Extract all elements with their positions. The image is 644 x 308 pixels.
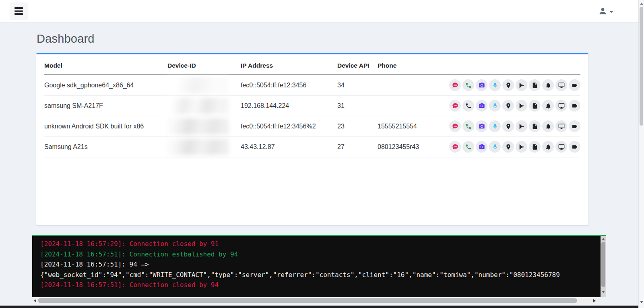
call-button[interactable] xyxy=(462,120,474,132)
screen-icon xyxy=(558,144,565,150)
bell-button[interactable] xyxy=(542,79,554,91)
play-icon xyxy=(518,103,525,109)
videocam-button[interactable] xyxy=(569,141,580,153)
mic-icon xyxy=(492,123,498,130)
console-log-line: [2024-11-18 16:57:51]: Connection estbal… xyxy=(40,249,601,260)
location-button[interactable] xyxy=(502,120,514,132)
console-log-line: {"web_socket_id":"94","cmd":"WRITE_CONTA… xyxy=(40,270,601,280)
location-button[interactable] xyxy=(502,79,514,91)
location-button[interactable] xyxy=(502,141,514,153)
device-api: 31 xyxy=(337,95,378,116)
play-button[interactable] xyxy=(516,120,527,132)
sms-icon xyxy=(452,144,458,150)
page-vscroll-thumb[interactable] xyxy=(640,7,643,126)
console-log-line: [2024-11-18 16:57:29]: Connection closed… xyxy=(40,239,601,249)
person-icon xyxy=(598,6,607,16)
sms-button[interactable] xyxy=(449,79,461,91)
camera-button[interactable] xyxy=(476,100,487,112)
file-button[interactable] xyxy=(529,141,541,153)
bell-button[interactable] xyxy=(542,120,554,132)
device-actions xyxy=(444,116,580,136)
screen-button[interactable] xyxy=(555,100,567,112)
videocam-button[interactable] xyxy=(569,79,580,91)
videocam-button[interactable] xyxy=(569,120,580,132)
device-api: 27 xyxy=(337,136,378,157)
play-icon xyxy=(518,82,525,89)
camera-button[interactable] xyxy=(476,79,487,91)
scroll-left-icon[interactable] xyxy=(34,299,36,302)
camera-icon xyxy=(479,123,485,130)
call-icon xyxy=(465,144,472,150)
device-actions xyxy=(444,95,580,116)
mic-icon xyxy=(492,144,498,150)
location-button[interactable] xyxy=(502,100,514,112)
page-vertical-scrollbar[interactable] xyxy=(638,0,644,308)
camera-icon xyxy=(479,82,485,89)
file-icon xyxy=(532,103,538,109)
call-icon xyxy=(465,82,472,89)
device-model: unknown Android SDK built for x86 xyxy=(44,116,167,136)
videocam-icon xyxy=(572,82,578,89)
menu-toggle-button[interactable] xyxy=(10,2,28,20)
camera-button[interactable] xyxy=(476,120,487,132)
device-id-redacted xyxy=(167,77,229,93)
camera-button[interactable] xyxy=(476,141,487,153)
file-button[interactable] xyxy=(529,79,541,91)
caret-down-icon xyxy=(609,11,613,13)
device-row: Samsung A21s 43.43.12.87 27 080123455r43 xyxy=(44,136,580,157)
device-api: 23 xyxy=(337,116,378,136)
scroll-down-icon[interactable] xyxy=(602,291,605,293)
column-header-ip-address: IP Address xyxy=(241,56,337,75)
bell-button[interactable] xyxy=(542,100,554,112)
play-button[interactable] xyxy=(516,141,527,153)
file-icon xyxy=(532,82,538,89)
device-api: 34 xyxy=(337,75,378,95)
screen-button[interactable] xyxy=(555,120,567,132)
device-phone xyxy=(378,95,444,116)
sms-button[interactable] xyxy=(449,100,461,112)
console-horizontal-scrollbar[interactable] xyxy=(32,298,601,303)
mic-button[interactable] xyxy=(489,120,501,132)
top-navbar xyxy=(0,0,638,23)
file-button[interactable] xyxy=(529,100,541,112)
device-phone: 15555215554 xyxy=(378,116,444,136)
screen-icon xyxy=(558,103,565,109)
console-hscroll-thumb[interactable] xyxy=(38,298,577,303)
videocam-icon xyxy=(572,103,578,109)
play-icon xyxy=(518,123,525,130)
scroll-up-icon[interactable] xyxy=(640,2,643,5)
device-id-redacted xyxy=(167,98,229,114)
column-header-model: Model xyxy=(44,56,167,75)
bell-icon xyxy=(545,123,551,130)
call-button[interactable] xyxy=(462,79,474,91)
bell-button[interactable] xyxy=(542,141,554,153)
file-button[interactable] xyxy=(529,120,541,132)
column-header-device-api: Device API xyxy=(337,56,378,75)
console-vscroll-thumb[interactable] xyxy=(601,242,605,287)
scroll-right-icon[interactable] xyxy=(593,299,596,302)
mic-icon xyxy=(492,103,498,109)
call-button[interactable] xyxy=(462,141,474,153)
play-button[interactable] xyxy=(516,100,527,112)
scroll-down-icon[interactable] xyxy=(640,301,643,303)
location-icon xyxy=(505,144,512,150)
mic-button[interactable] xyxy=(489,79,501,91)
call-button[interactable] xyxy=(462,100,474,112)
table-header-row: Model Device-ID IP Address Device API Ph… xyxy=(44,56,580,75)
mic-button[interactable] xyxy=(489,141,501,153)
mic-button[interactable] xyxy=(489,100,501,112)
sms-button[interactable] xyxy=(449,141,461,153)
device-id-redacted xyxy=(167,118,229,134)
scroll-up-icon[interactable] xyxy=(602,238,605,240)
device-actions xyxy=(444,75,580,95)
screen-button[interactable] xyxy=(555,79,567,91)
videocam-button[interactable] xyxy=(569,100,580,112)
device-actions xyxy=(444,136,580,157)
user-menu-dropdown[interactable] xyxy=(598,6,613,16)
sms-button[interactable] xyxy=(449,120,461,132)
console-vertical-scrollbar[interactable] xyxy=(601,236,606,297)
screen-button[interactable] xyxy=(555,141,567,153)
play-button[interactable] xyxy=(516,79,527,91)
videocam-icon xyxy=(572,123,578,130)
devices-table: Model Device-ID IP Address Device API Ph… xyxy=(44,56,580,157)
